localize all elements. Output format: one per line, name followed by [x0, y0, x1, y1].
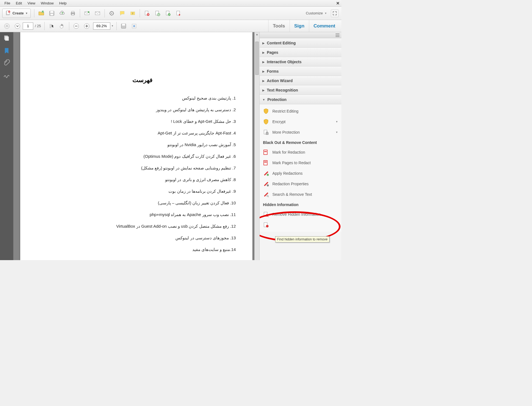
blackout-subheader: Black Out & Remove Content	[260, 138, 341, 147]
create-button[interactable]: Create ▼	[2, 9, 31, 18]
document-viewport[interactable]: فهرست 1. پارتیشن بندی صحیح لینوکس 2. دست…	[13, 32, 259, 260]
shield-icon	[263, 119, 269, 125]
separator	[116, 22, 117, 30]
fit-page-button[interactable]	[129, 21, 139, 31]
scroll-thumb[interactable]	[255, 42, 259, 75]
page-number-input[interactable]	[23, 22, 33, 30]
section-action-wizard[interactable]: ▶Action Wizard	[260, 76, 341, 85]
open-button[interactable]	[37, 9, 46, 18]
thumbnails-icon[interactable]	[3, 35, 10, 42]
hidden-info-subheader: Hidden Information	[260, 200, 341, 209]
toc-item: 11. نصب وب سرور Apache به همراه php+mysq…	[37, 211, 236, 218]
zoom-in-button[interactable]	[82, 21, 91, 31]
svg-rect-38	[264, 150, 267, 155]
email-button[interactable]	[82, 9, 92, 18]
redact-props-icon	[263, 181, 269, 187]
doc-action-button[interactable]	[174, 9, 183, 18]
page-down-button[interactable]	[13, 21, 22, 31]
gear-button[interactable]	[107, 9, 116, 18]
doc-check-button[interactable]	[163, 9, 173, 18]
sanitize-button[interactable]	[260, 220, 341, 230]
section-interactive-objects[interactable]: ▶Interactive Objects	[260, 57, 341, 67]
section-protection[interactable]: ▼Protection	[260, 95, 341, 104]
attachment-icon[interactable]	[3, 59, 10, 67]
zoom-input[interactable]	[93, 22, 110, 30]
chevron-down-icon[interactable]: ▼	[111, 25, 114, 27]
search-document-icon	[263, 211, 269, 217]
svg-rect-29	[122, 24, 125, 25]
tab-sign[interactable]: Sign	[290, 20, 309, 32]
separator	[34, 9, 34, 17]
close-icon[interactable]: ✕	[336, 1, 340, 6]
menu-edit[interactable]: Edit	[13, 0, 25, 6]
right-tabs: Tools Sign Comment	[268, 20, 340, 32]
toc-item: 1. پارتیشن بندی صحیح لینوکس	[37, 95, 236, 101]
svg-rect-6	[51, 14, 53, 15]
doc-delete-button[interactable]	[142, 9, 152, 18]
navigation-rail	[0, 32, 13, 260]
section-text-recognition[interactable]: ▶Text Recognition	[260, 85, 341, 95]
mark-redaction-button[interactable]: Mark for Redaction	[260, 147, 341, 158]
menu-help[interactable]: Help	[57, 0, 70, 6]
vertical-scrollbar[interactable]: ▲	[254, 32, 259, 260]
menu-window[interactable]: Window	[38, 0, 56, 6]
section-pages[interactable]: ▶Pages	[260, 48, 341, 57]
signatures-icon[interactable]	[3, 72, 10, 79]
mark-pages-redact-button[interactable]: Mark Pages to Redact	[260, 158, 341, 168]
search-remove-text-button[interactable]: Search & Remove Text	[260, 189, 341, 200]
redaction-properties-button[interactable]: Redaction Properties	[260, 179, 341, 189]
menu-view[interactable]: View	[25, 0, 38, 6]
protection-body: Restrict Editing Encrypt ▼ More Protecti…	[260, 104, 341, 232]
bookmark-icon[interactable]	[3, 47, 10, 54]
customize-button[interactable]: Customize ▼	[303, 11, 330, 15]
svg-point-44	[267, 184, 269, 186]
redact-pages-icon	[263, 160, 269, 166]
tab-comment[interactable]: Comment	[309, 20, 340, 32]
toc-item: 14.منبع و سایت‌های مفید	[37, 246, 236, 253]
doc-refresh-button[interactable]	[153, 9, 162, 18]
cloud-button[interactable]	[58, 9, 67, 18]
more-protection-button[interactable]: More Protection ▼	[260, 127, 341, 138]
apply-redactions-button[interactable]: Apply Redactions	[260, 168, 341, 179]
section-content-editing[interactable]: ▶Content Editing	[260, 38, 341, 48]
separator	[104, 9, 105, 17]
toc-item: 4. Apt-Fast جایگزینی پرسرعت تر از Apt-Ge…	[37, 130, 236, 136]
expand-button[interactable]	[331, 9, 339, 17]
main-toolbar: Create ▼ T Customize ▼	[0, 7, 341, 20]
scroll-up-arrow[interactable]: ▲	[255, 32, 259, 37]
pdf-page: فهرست 1. پارتیشن بندی صحیح لینوکس 2. دست…	[20, 32, 252, 260]
svg-rect-37	[266, 133, 268, 135]
chevron-down-icon: ▼	[336, 131, 338, 134]
svg-point-11	[88, 11, 89, 13]
svg-rect-32	[5, 36, 9, 40]
separator	[44, 22, 45, 30]
svg-rect-19	[156, 11, 159, 15]
page-total: / 25	[35, 24, 41, 28]
highlight-button[interactable]: T	[128, 9, 137, 18]
restrict-editing-button[interactable]: Restrict Editing	[260, 106, 341, 116]
toc-item: 13. مجوزهای دسترسی در لینوکس	[37, 235, 236, 241]
comment-bubble-button[interactable]	[117, 9, 127, 18]
document-lock-icon	[263, 129, 269, 135]
zoom-out-button[interactable]	[71, 21, 81, 31]
svg-point-25	[15, 23, 20, 28]
menu-file[interactable]: File	[2, 0, 13, 6]
tab-tools[interactable]: Tools	[268, 20, 290, 32]
remove-hidden-info-button[interactable]: Remove Hidden Information	[260, 209, 341, 220]
print-button[interactable]	[68, 9, 78, 18]
svg-point-14	[111, 13, 112, 14]
page-up-button[interactable]	[2, 21, 12, 31]
svg-text:T: T	[132, 12, 134, 15]
panel-header: ▼	[260, 32, 341, 38]
svg-rect-34	[336, 35, 339, 35]
encrypt-button[interactable]: Encrypt ▼	[260, 116, 341, 127]
hand-tool-button[interactable]	[57, 21, 67, 31]
section-forms[interactable]: ▶Forms	[260, 67, 341, 76]
share-button[interactable]	[93, 9, 102, 18]
select-tool-button[interactable]	[47, 21, 56, 31]
toc-item: 8. کاهش مصرف انرژی و باتری در اوبونتو	[37, 176, 236, 183]
save-button[interactable]	[47, 9, 57, 18]
panel-menu-icon[interactable]: ▼	[335, 33, 340, 37]
save2-button[interactable]	[119, 21, 128, 31]
redact-search-icon	[263, 191, 269, 197]
